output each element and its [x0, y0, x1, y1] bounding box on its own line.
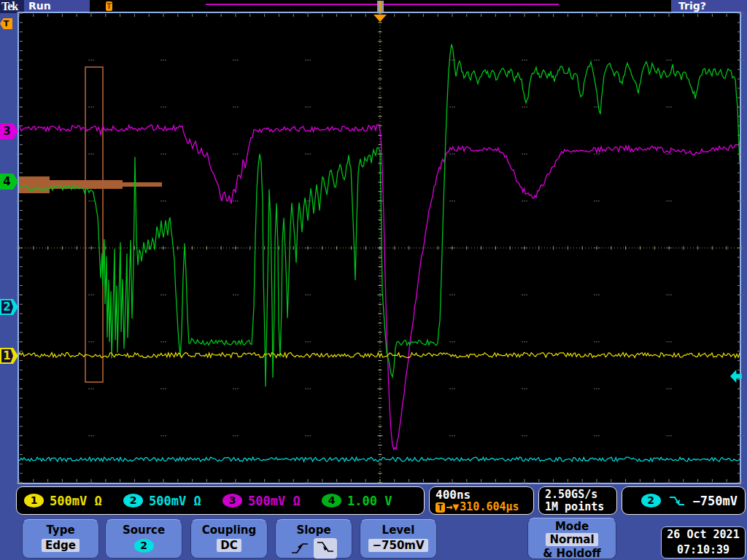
trigger-readout: 2 −750mV — [622, 486, 746, 515]
mode-title: Mode — [528, 520, 616, 533]
graticule-area — [18, 12, 741, 484]
source-button[interactable]: Source 2 — [105, 519, 182, 559]
sample-rate-readout: 2.50GS/s 1M points — [538, 486, 617, 515]
record-trigger-icon: T — [106, 1, 112, 11]
mode-value: Normal — [546, 533, 597, 546]
trigger-delay-arrow-icon: →▼ — [446, 501, 459, 513]
channel-2-marker[interactable]: 2 — [0, 299, 18, 315]
timebase-value: 400ns — [436, 489, 527, 501]
rising-edge-icon — [290, 541, 309, 556]
sample-rate-value: 2.50GS/s — [545, 489, 611, 501]
slope-title: Slope — [276, 524, 352, 537]
type-value: Edge — [42, 539, 80, 552]
ch3-scale: 500mV Ω — [248, 494, 301, 508]
coupling-button[interactable]: Coupling DC — [190, 519, 268, 559]
coupling-value: DC — [217, 539, 241, 552]
date-value: 26 Oct 2021 — [662, 527, 745, 542]
record-view-strip: T — [90, 0, 671, 12]
ch3-badge: 3 — [222, 494, 242, 508]
level-value: −750mV — [368, 539, 427, 552]
ch2-readout: 2 500mV Ω — [123, 494, 218, 508]
record-length-value: 1M points — [545, 501, 611, 513]
type-title: Type — [23, 524, 98, 537]
datetime-display: 26 Oct 2021 07:10:39 — [661, 526, 746, 559]
falling-edge-selected-icon — [316, 540, 335, 554]
slope-button[interactable]: Slope — [275, 519, 352, 559]
ch1-scale: 500mV Ω — [50, 494, 102, 508]
trigger-delay-t-icon: T — [436, 502, 445, 513]
timebase-readout: 400ns T→▼310.604µs — [429, 486, 534, 515]
mode-button[interactable]: Mode Normal & Holdoff — [527, 518, 616, 559]
ch4-scale: 1.00 V — [347, 494, 392, 508]
trigger-level-value: −750mV — [693, 494, 738, 508]
ch3-readout: 3 500mV Ω — [222, 494, 317, 508]
trigger-t-marker[interactable]: T — [0, 18, 12, 29]
trigger-source-badge: 2 — [641, 494, 661, 508]
ch2-scale: 500mV Ω — [149, 494, 201, 508]
record-trigger-position-marker — [377, 1, 384, 12]
trigger-delay-readout: T→▼310.604µs — [436, 501, 527, 513]
level-title: Level — [360, 524, 436, 537]
channel-3-marker[interactable]: 3 — [0, 123, 18, 139]
ch1-badge: 1 — [24, 494, 44, 508]
ch1-readout: 1 500mV Ω — [24, 494, 119, 508]
channel-4-marker[interactable]: 4 — [0, 174, 18, 190]
ch2-badge: 2 — [123, 494, 143, 508]
source-value-badge: 2 — [134, 539, 154, 553]
ch4-readout: 4 1.00 V — [322, 494, 417, 508]
falling-edge-icon — [668, 495, 686, 507]
time-value: 07:10:39 — [662, 542, 745, 558]
type-button[interactable]: Type Edge — [22, 519, 99, 559]
level-button[interactable]: Level −750mV — [360, 519, 437, 559]
channel-1-marker[interactable]: 1 — [0, 348, 18, 364]
channel-readouts: 1 500mV Ω 2 500mV Ω 3 500mV Ω 4 1.00 V — [16, 486, 425, 515]
source-title: Source — [106, 524, 182, 537]
tek-logo: Tek — [1, 0, 18, 13]
oscilloscope-screen: { "header": { "logo": "Tek", "acq_status… — [0, 0, 747, 560]
trigger-delay-value: 310.604µs — [460, 501, 519, 513]
slope-selected-highlight — [314, 538, 337, 559]
coupling-title: Coupling — [191, 524, 267, 537]
ch4-badge: 4 — [322, 494, 341, 508]
mode-value2: & Holdoff — [528, 547, 616, 560]
